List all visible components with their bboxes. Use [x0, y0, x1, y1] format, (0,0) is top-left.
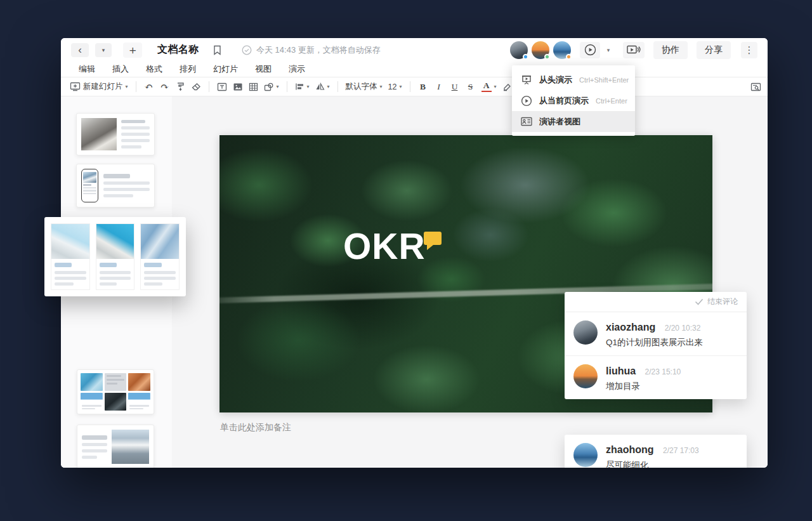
save-status-text: 今天 14:43 更新，文档将自动保存	[256, 44, 381, 56]
highlighter-icon	[502, 82, 512, 91]
present-screen-icon	[521, 75, 532, 85]
theme-panel-button[interactable]	[750, 82, 761, 91]
back-dropdown-button[interactable]: ▾	[95, 43, 112, 57]
underline-button[interactable]: U	[450, 82, 460, 92]
collaborator-avatar[interactable]	[553, 41, 571, 59]
slide-thumbnail-5[interactable]	[77, 425, 154, 468]
comment-marker-icon[interactable]	[424, 232, 442, 245]
eraser-button[interactable]	[191, 82, 201, 91]
chevron-down-icon: ▾	[494, 84, 497, 89]
comment-item[interactable]: xiaozhang 2/20 10:32 Q1的计划用图表展示出来	[565, 312, 747, 355]
avatar	[573, 320, 598, 345]
thumbnail-photo	[81, 118, 117, 150]
kebab-icon: ⋮	[745, 44, 754, 56]
menu-arrange[interactable]: 排列	[180, 63, 196, 75]
undo-button[interactable]: ↶	[144, 81, 154, 93]
speaker-notes-placeholder[interactable]: 单击此处添加备注	[220, 422, 291, 433]
presentation-mode-button[interactable]	[623, 42, 645, 58]
new-document-button[interactable]: ＋	[123, 43, 142, 58]
back-icon: ‹	[78, 44, 82, 55]
comment-item[interactable]: zhaohong 2/27 17:03 尽可能细化	[565, 435, 747, 468]
bold-button[interactable]: B	[418, 82, 428, 92]
menu-bar: 编辑 插入 格式 排列 幻灯片 视图 演示	[61, 62, 768, 77]
present-button[interactable]	[580, 42, 600, 58]
comment-time: 2/20 10:32	[665, 324, 701, 333]
menu-format[interactable]: 格式	[146, 63, 162, 75]
presence-dot	[523, 54, 528, 60]
flip-rotate-button[interactable]: ▾	[315, 82, 330, 91]
shape-icon	[264, 82, 274, 91]
italic-button[interactable]: I	[434, 82, 444, 92]
back-button[interactable]: ‹	[71, 43, 89, 57]
menu-insert[interactable]: 插入	[112, 63, 129, 75]
card-column	[140, 223, 180, 290]
collaborator-avatar[interactable]	[510, 41, 528, 59]
comment-author: zhaohong	[606, 444, 654, 455]
format-toolbar: 新建幻灯片 ▾ ↶ ↷ ▾ ▾ ▾	[61, 77, 768, 96]
menu-edit[interactable]: 编辑	[79, 63, 95, 75]
menu-item-present-from-current[interactable]: 从当前页演示 Ctrl+Enter	[512, 90, 635, 111]
phone-mockup	[81, 169, 98, 202]
present-dropdown-button[interactable]: ▾	[604, 47, 613, 53]
card-column	[51, 223, 90, 290]
chevron-down-icon: ▾	[380, 84, 383, 89]
share-button[interactable]: 分享	[697, 41, 731, 59]
presentation-screen-icon	[627, 44, 641, 55]
comment-thread-card: zhaohong 2/27 17:03 尽可能细化	[565, 435, 747, 468]
strikethrough-button[interactable]: S	[466, 82, 476, 92]
menu-item-presenter-view[interactable]: 演讲者视图	[512, 111, 635, 132]
align-objects-button[interactable]: ▾	[295, 82, 310, 91]
check-circle-icon	[242, 45, 252, 55]
font-family-select[interactable]: 默认字体 ▾	[346, 81, 383, 92]
avatar	[573, 443, 598, 467]
presenter-view-icon	[521, 117, 532, 126]
new-slide-button[interactable]: 新建幻灯片 ▾	[70, 81, 128, 92]
thumbnail-photo	[112, 430, 149, 464]
present-dropdown-menu: 从头演示 Ctrl+Shift+Enter 从当前页演示 Ctrl+Enter …	[512, 65, 635, 136]
align-icon	[295, 82, 304, 91]
more-menu-button[interactable]: ⋮	[741, 42, 757, 58]
font-size-select[interactable]: 12 ▾	[388, 82, 402, 91]
slide-title-text[interactable]: OKR	[343, 225, 426, 267]
comment-text: 尽可能细化	[606, 459, 699, 468]
comment-item[interactable]: liuhua 2/23 15:10 增加目录	[565, 355, 747, 399]
menu-present[interactable]: 演示	[289, 63, 305, 75]
plus-icon: ＋	[127, 43, 138, 58]
chevron-down-icon: ▾	[102, 47, 105, 53]
chevron-down-icon: ▾	[307, 84, 310, 89]
format-painter-button[interactable]	[176, 82, 185, 91]
chevron-down-icon: ▾	[399, 84, 402, 89]
document-title[interactable]: 文档名称	[157, 43, 199, 56]
insert-image-button[interactable]	[233, 82, 243, 91]
comment-author: xiaozhang	[606, 322, 655, 333]
insert-table-button[interactable]	[249, 82, 258, 91]
redo-button[interactable]: ↷	[160, 81, 170, 93]
slide-thumbnail-2[interactable]	[76, 164, 155, 208]
slide-thumbnail-1[interactable]	[76, 113, 155, 155]
comment-time: 2/23 15:10	[645, 367, 681, 376]
resolve-comments-button[interactable]: 结束评论	[565, 292, 747, 312]
bookmark-icon[interactable]	[213, 45, 221, 55]
font-color-button[interactable]: A ▾	[481, 81, 497, 91]
chevron-down-icon: ▾	[327, 84, 330, 89]
presence-dot	[544, 54, 550, 60]
play-circle-icon	[584, 44, 596, 56]
slide-thumbnail-4[interactable]	[77, 369, 154, 414]
slide-thumbnail-3-selected[interactable]	[44, 217, 186, 296]
collaborator-avatar[interactable]	[532, 41, 549, 59]
card-column	[96, 223, 135, 290]
menu-item-present-from-start[interactable]: 从头演示 Ctrl+Shift+Enter	[512, 69, 635, 90]
comment-text: 增加目录	[606, 381, 681, 392]
avatar	[573, 364, 598, 388]
new-slide-icon	[70, 82, 81, 91]
chevron-down-icon: ▾	[607, 47, 610, 53]
insert-shape-button[interactable]: ▾	[264, 82, 279, 91]
flip-icon	[315, 82, 325, 91]
collaborate-button[interactable]: 协作	[653, 41, 688, 59]
text-box-button[interactable]	[217, 82, 227, 91]
menu-slide[interactable]: 幻灯片	[213, 63, 238, 75]
check-icon	[695, 298, 704, 305]
menu-view[interactable]: 视图	[255, 63, 272, 75]
comment-text: Q1的计划用图表展示出来	[606, 337, 703, 348]
title-bar: ‹ ▾ ＋ 文档名称 今天 14:43 更新，文档将自动保存 ▾ 协作	[61, 38, 768, 62]
